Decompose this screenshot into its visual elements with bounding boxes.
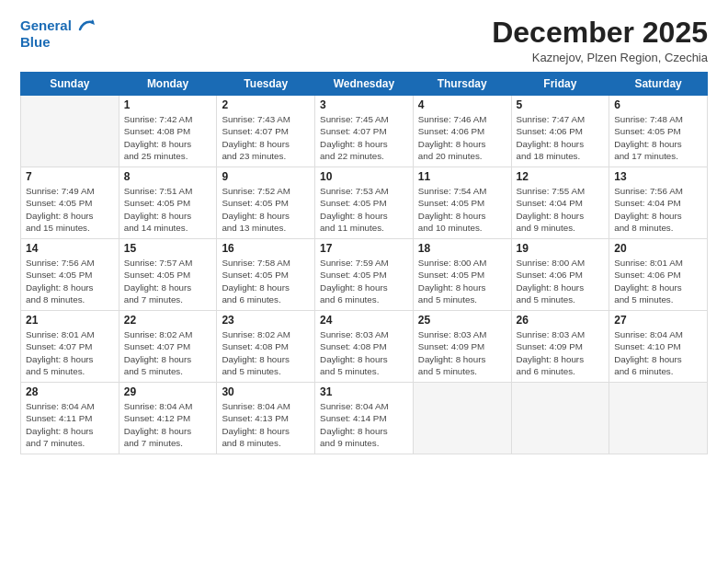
day-info: Sunrise: 8:04 AM Sunset: 4:14 PM Dayligh… [320,400,408,449]
day-info: Sunrise: 8:03 AM Sunset: 4:09 PM Dayligh… [418,328,506,377]
day-info: Sunrise: 7:47 AM Sunset: 4:06 PM Dayligh… [517,113,605,162]
weekday-header: Tuesday [217,73,315,96]
day-info: Sunrise: 8:04 AM Sunset: 4:10 PM Dayligh… [614,328,702,377]
day-info: Sunrise: 7:42 AM Sunset: 4:08 PM Dayligh… [124,113,212,162]
day-number: 8 [124,170,212,183]
calendar-table: SundayMondayTuesdayWednesdayThursdayFrid… [20,72,708,454]
day-info: Sunrise: 8:00 AM Sunset: 4:05 PM Dayligh… [418,257,506,305]
day-number: 25 [418,314,506,327]
day-number: 21 [26,314,114,327]
calendar-day-cell [609,383,708,454]
calendar-day-cell: 25Sunrise: 8:03 AM Sunset: 4:09 PM Dayli… [413,311,511,383]
day-number: 3 [320,98,408,111]
calendar-day-cell: 20Sunrise: 8:01 AM Sunset: 4:06 PM Dayli… [609,239,708,311]
day-number: 22 [124,314,212,327]
calendar-day-cell: 26Sunrise: 8:03 AM Sunset: 4:09 PM Dayli… [511,311,609,383]
calendar-day-cell: 15Sunrise: 7:57 AM Sunset: 4:05 PM Dayli… [119,239,217,311]
calendar-day-cell: 30Sunrise: 8:04 AM Sunset: 4:13 PM Dayli… [217,383,315,454]
calendar-day-cell: 18Sunrise: 8:00 AM Sunset: 4:05 PM Dayli… [413,239,511,311]
day-info: Sunrise: 7:48 AM Sunset: 4:05 PM Dayligh… [614,113,702,162]
weekday-header: Thursday [413,73,511,96]
day-info: Sunrise: 7:45 AM Sunset: 4:07 PM Dayligh… [320,113,408,162]
weekday-header: Wednesday [315,73,414,96]
day-number: 16 [222,242,310,255]
day-number: 12 [517,170,605,183]
calendar-day-cell: 10Sunrise: 7:53 AM Sunset: 4:05 PM Dayli… [315,167,414,239]
day-number: 18 [418,242,506,255]
calendar-day-cell: 4Sunrise: 7:46 AM Sunset: 4:06 PM Daylig… [413,96,511,167]
day-number: 28 [26,385,114,398]
calendar-header-row: SundayMondayTuesdayWednesdayThursdayFrid… [21,73,708,96]
title-block: December 2025 Kaznejov, Plzen Region, Cz… [492,17,708,64]
day-number: 29 [124,385,212,398]
page: General Blue December 2025 Kaznejov, Plz… [0,0,728,563]
calendar-day-cell: 1Sunrise: 7:42 AM Sunset: 4:08 PM Daylig… [119,96,217,167]
calendar-day-cell: 29Sunrise: 8:04 AM Sunset: 4:12 PM Dayli… [119,383,217,454]
day-number: 27 [614,314,702,327]
day-info: Sunrise: 7:54 AM Sunset: 4:05 PM Dayligh… [418,185,506,234]
day-info: Sunrise: 7:46 AM Sunset: 4:06 PM Dayligh… [418,113,506,162]
calendar-week-row: 14Sunrise: 7:56 AM Sunset: 4:05 PM Dayli… [21,239,708,311]
calendar-day-cell: 2Sunrise: 7:43 AM Sunset: 4:07 PM Daylig… [217,96,315,167]
calendar-day-cell: 28Sunrise: 8:04 AM Sunset: 4:11 PM Dayli… [21,383,119,454]
calendar-day-cell: 5Sunrise: 7:47 AM Sunset: 4:06 PM Daylig… [511,96,609,167]
day-number: 30 [222,385,310,398]
day-number: 7 [26,170,114,183]
calendar-day-cell: 19Sunrise: 8:00 AM Sunset: 4:06 PM Dayli… [511,239,609,311]
calendar-week-row: 7Sunrise: 7:49 AM Sunset: 4:05 PM Daylig… [21,167,708,239]
day-number: 17 [320,242,408,255]
weekday-header: Sunday [21,73,119,96]
calendar-day-cell [511,383,609,454]
logo: General Blue [20,17,97,51]
calendar-day-cell: 7Sunrise: 7:49 AM Sunset: 4:05 PM Daylig… [21,167,119,239]
calendar-day-cell: 22Sunrise: 8:02 AM Sunset: 4:07 PM Dayli… [119,311,217,383]
day-number: 31 [320,385,408,398]
day-info: Sunrise: 7:53 AM Sunset: 4:05 PM Dayligh… [320,185,408,234]
day-info: Sunrise: 8:02 AM Sunset: 4:08 PM Dayligh… [222,328,310,377]
day-number: 20 [614,242,702,255]
day-number: 9 [222,170,310,183]
calendar-day-cell: 13Sunrise: 7:56 AM Sunset: 4:04 PM Dayli… [609,167,708,239]
day-info: Sunrise: 8:01 AM Sunset: 4:06 PM Dayligh… [614,257,702,305]
day-number: 13 [614,170,702,183]
day-number: 24 [320,314,408,327]
day-info: Sunrise: 8:00 AM Sunset: 4:06 PM Dayligh… [517,257,605,305]
calendar-day-cell: 21Sunrise: 8:01 AM Sunset: 4:07 PM Dayli… [21,311,119,383]
calendar-day-cell: 6Sunrise: 7:48 AM Sunset: 4:05 PM Daylig… [609,96,708,167]
calendar-day-cell: 8Sunrise: 7:51 AM Sunset: 4:05 PM Daylig… [119,167,217,239]
day-info: Sunrise: 7:56 AM Sunset: 4:05 PM Dayligh… [26,257,114,305]
calendar-day-cell [21,96,119,167]
day-number: 14 [26,242,114,255]
calendar-day-cell [413,383,511,454]
weekday-header: Saturday [609,73,708,96]
weekday-header: Monday [119,73,217,96]
calendar-week-row: 28Sunrise: 8:04 AM Sunset: 4:11 PM Dayli… [21,383,708,454]
header: General Blue December 2025 Kaznejov, Plz… [20,17,708,64]
day-info: Sunrise: 7:57 AM Sunset: 4:05 PM Dayligh… [124,257,212,305]
day-info: Sunrise: 7:55 AM Sunset: 4:04 PM Dayligh… [517,185,605,234]
logo-blue: Blue [20,35,97,51]
calendar-day-cell: 23Sunrise: 8:02 AM Sunset: 4:08 PM Dayli… [217,311,315,383]
calendar-day-cell: 3Sunrise: 7:45 AM Sunset: 4:07 PM Daylig… [315,96,414,167]
day-number: 23 [222,314,310,327]
day-info: Sunrise: 8:01 AM Sunset: 4:07 PM Dayligh… [26,328,114,377]
calendar-week-row: 21Sunrise: 8:01 AM Sunset: 4:07 PM Dayli… [21,311,708,383]
month-title: December 2025 [492,17,708,49]
day-info: Sunrise: 7:49 AM Sunset: 4:05 PM Dayligh… [26,185,114,234]
calendar-day-cell: 9Sunrise: 7:52 AM Sunset: 4:05 PM Daylig… [217,167,315,239]
calendar-day-cell: 16Sunrise: 7:58 AM Sunset: 4:05 PM Dayli… [217,239,315,311]
calendar-week-row: 1Sunrise: 7:42 AM Sunset: 4:08 PM Daylig… [21,96,708,167]
day-number: 1 [124,98,212,111]
day-info: Sunrise: 7:43 AM Sunset: 4:07 PM Dayligh… [222,113,310,162]
day-number: 5 [517,98,605,111]
location: Kaznejov, Plzen Region, Czechia [492,51,708,64]
day-info: Sunrise: 8:04 AM Sunset: 4:11 PM Dayligh… [26,400,114,449]
calendar-day-cell: 24Sunrise: 8:03 AM Sunset: 4:08 PM Dayli… [315,311,414,383]
logo-icon [76,17,97,37]
day-info: Sunrise: 8:02 AM Sunset: 4:07 PM Dayligh… [124,328,212,377]
day-info: Sunrise: 8:04 AM Sunset: 4:12 PM Dayligh… [124,400,212,449]
day-number: 19 [517,242,605,255]
day-number: 4 [418,98,506,111]
day-number: 26 [517,314,605,327]
day-info: Sunrise: 7:58 AM Sunset: 4:05 PM Dayligh… [222,257,310,305]
